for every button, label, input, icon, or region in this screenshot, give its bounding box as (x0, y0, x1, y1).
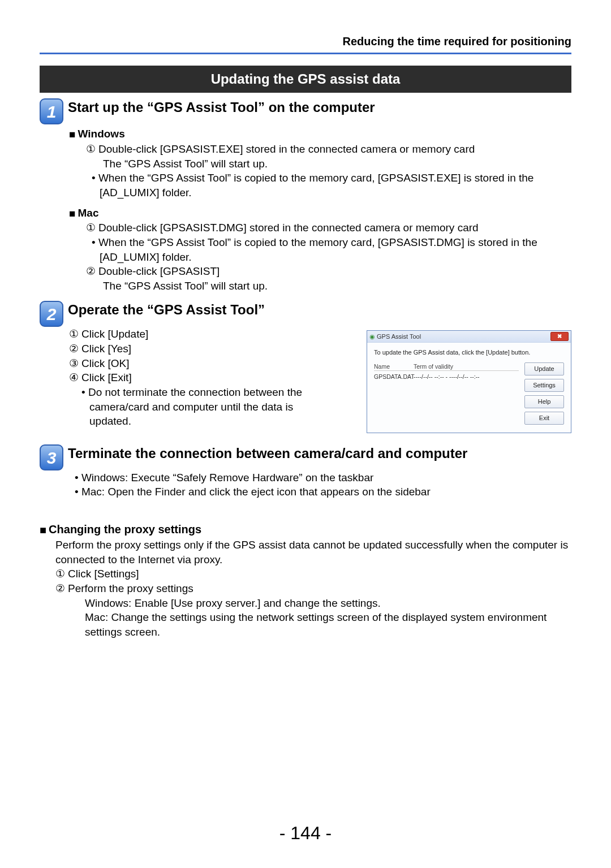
svg-text:3: 3 (47, 448, 57, 467)
step-2-title: Operate the “GPS Assist Tool” (68, 301, 265, 319)
mac-bullet-1: • When the “GPS Assist Tool” is copied t… (86, 235, 571, 264)
win-step-1b: The “GPS Assist Tool” will start up. (86, 157, 571, 171)
mac-heading: ■Mac (69, 206, 571, 221)
step-1-icon: 1 (40, 98, 63, 124)
op-step-1: ①Click [Update] (69, 327, 330, 342)
proxy-step-2: ②Perform the proxy settings (55, 581, 571, 596)
section-banner: Updating the GPS assist data (40, 66, 571, 93)
header-breadcrumb: Reducing the time required for positioni… (40, 34, 571, 49)
step-3-icon: 3 (40, 444, 63, 470)
proxy-intro: Perform the proxy settings only if the G… (55, 538, 571, 567)
win-step-1: ①Double-click [GPSASIST.EXE] stored in t… (86, 142, 571, 157)
svg-text:1: 1 (47, 102, 57, 121)
windows-heading: ■Windows (69, 127, 571, 142)
op-step-3: ③Click [OK] (69, 356, 330, 371)
window-icon: ◉ (369, 333, 375, 340)
window-title: GPS Assist Tool (377, 333, 421, 340)
divider (40, 53, 571, 54)
mac-step-1: ①Double-click [GPSASIST.DMG] stored in t… (86, 221, 571, 235)
op-bullet: • Do not terminate the connection betwee… (69, 385, 330, 429)
help-button[interactable]: Help (524, 395, 564, 408)
win-bullet-1: • When the “GPS Assist Tool” is copied t… (86, 171, 571, 200)
op-step-4: ④Click [Exit] (69, 370, 330, 385)
settings-button[interactable]: Settings (524, 379, 564, 392)
gps-tool-window: ◉ GPS Assist Tool ✖ To update the GPS As… (367, 330, 571, 433)
update-button[interactable]: Update (524, 362, 564, 375)
page-number: - 144 - (0, 821, 611, 845)
proxy-heading: ■Changing the proxy settings (40, 522, 571, 538)
window-message: To update the GPS Assist data, click the… (374, 348, 564, 357)
op-step-2: ②Click [Yes] (69, 342, 330, 356)
col-validity: Term of validity (414, 362, 453, 370)
svg-text:2: 2 (46, 305, 57, 323)
step-2-icon: 2 (40, 301, 63, 327)
row-validity: ----/--/-- --:-- - ----/--/-- --:-- (414, 373, 480, 381)
exit-button[interactable]: Exit (524, 412, 564, 425)
term-bullet-mac: • Mac: Open the Finder and click the eje… (69, 485, 571, 499)
close-icon[interactable]: ✖ (550, 332, 569, 341)
proxy-win: Windows: Enable [Use proxy server.] and … (55, 596, 571, 611)
term-bullet-win: • Windows: Execute “Safely Remove Hardwa… (69, 470, 571, 485)
proxy-mac: Mac: Change the settings using the netwo… (55, 610, 571, 639)
mac-step-2: ②Double-click [GPSASIST] (86, 264, 571, 279)
row-name: GPSDATA.DAT (374, 373, 414, 381)
step-1-title: Start up the “GPS Assist Tool” on the co… (68, 98, 375, 116)
mac-step-2b: The “GPS Assist Tool” will start up. (86, 279, 571, 293)
step-3-title: Terminate the connection between camera/… (68, 444, 467, 463)
proxy-step-1: ①Click [Settings] (55, 567, 571, 581)
col-name: Name (374, 362, 414, 370)
